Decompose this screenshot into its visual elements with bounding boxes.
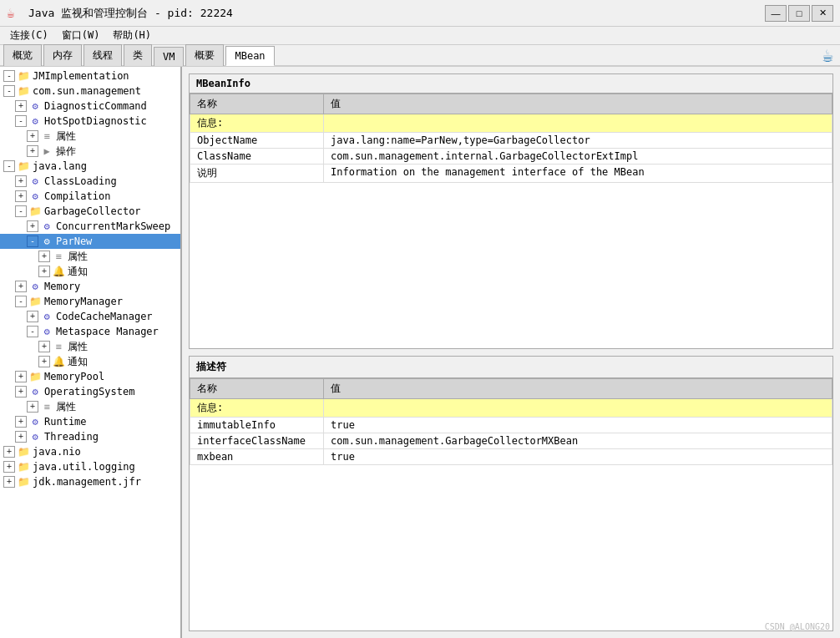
minimize-button[interactable]: — xyxy=(765,5,787,22)
tree-item-diagcmd[interactable]: + ⚙ DiagnosticCommand xyxy=(0,99,180,114)
expand-compilation[interactable]: + xyxy=(15,190,27,202)
tree-item-parnew-notif[interactable]: + 🔔 通知 xyxy=(0,264,180,279)
expand-hotspot-op[interactable]: + xyxy=(27,145,38,157)
expand-os[interactable]: + xyxy=(15,386,27,397)
gear-icon-diagcmd: ⚙ xyxy=(28,99,42,113)
tab-overview[interactable]: 概览 xyxy=(3,44,42,66)
expand-meta-prop[interactable]: + xyxy=(38,341,50,352)
expand-comsun[interactable]: - xyxy=(3,85,15,97)
tree-item-parnew[interactable]: - ⚙ ParNew xyxy=(0,234,180,249)
tree-label-compilation: Compilation xyxy=(44,190,110,202)
tree-item-runtime[interactable]: + ⚙ Runtime xyxy=(0,414,180,429)
tree-item-comsun[interactable]: - 📁 com.sun.management xyxy=(0,84,180,99)
tree-item-classloading[interactable]: + ⚙ ClassLoading xyxy=(0,174,180,189)
tree-item-meta-prop[interactable]: + ≡ 属性 xyxy=(0,339,180,354)
expand-threading[interactable]: + xyxy=(15,431,27,443)
expand-parnew-prop[interactable]: + xyxy=(38,251,50,262)
tab-vm[interactable]: VM xyxy=(154,47,184,66)
tree-item-jmimpl[interactable]: - 📁 JMImplementation xyxy=(0,68,180,84)
right-panel: MBeanInfo 名称 值 信息:ObjectNamejava.lang:na… xyxy=(182,67,840,638)
tree-item-compilation[interactable]: + ⚙ Compilation xyxy=(0,189,180,204)
tree-item-hotspot-op[interactable]: + ▶ 操作 xyxy=(0,144,180,159)
expand-metaspace[interactable]: - xyxy=(27,326,38,337)
descriptor-section: 描述符 名称 值 信息:immutableInfotrueinterfaceCl… xyxy=(189,356,833,631)
tab-memory[interactable]: 内存 xyxy=(43,44,82,66)
tree-panel: - 📁 JMImplementation - 📁 com.sun.managem… xyxy=(0,67,182,638)
tree-label-threading: Threading xyxy=(44,431,99,443)
expand-gc[interactable]: - xyxy=(15,205,27,217)
tree-item-meta-notif[interactable]: + 🔔 通知 xyxy=(0,354,180,369)
expand-javalang[interactable]: - xyxy=(3,160,15,172)
expand-classloading[interactable]: + xyxy=(15,175,27,187)
expand-jdkmgmtjfr[interactable]: + xyxy=(3,476,15,488)
tree-label-jmimpl: JMImplementation xyxy=(33,70,129,82)
expand-os-prop[interactable]: + xyxy=(27,401,38,413)
title-bar: ☕ Java 监视和管理控制台 - pid: 22224 — □ ✕ xyxy=(0,0,840,27)
menu-connection[interactable]: 连接(C) xyxy=(3,27,55,44)
folder-icon: 📁 xyxy=(17,69,30,83)
menu-bar: 连接(C) 窗口(W) 帮助(H) xyxy=(0,27,840,45)
tree-item-memorymgr[interactable]: - 📁 MemoryManager xyxy=(0,294,180,309)
tree-label-os: OperatingSystem xyxy=(44,386,134,397)
gear-icon-os: ⚙ xyxy=(28,385,42,398)
java-monitor-icon: ☕ xyxy=(822,45,833,66)
expand-javanio[interactable]: + xyxy=(3,446,15,458)
tree-item-memory[interactable]: + ⚙ Memory xyxy=(0,279,180,294)
tab-summary[interactable]: 概要 xyxy=(185,44,224,66)
tree-item-jdkmgmtjfr[interactable]: + 📁 jdk.management.jfr xyxy=(0,474,180,489)
window-title: Java 监视和管理控制台 - pid: 22224 xyxy=(28,6,765,21)
expand-meta-notif[interactable]: + xyxy=(38,356,50,367)
tree-item-javanio[interactable]: + 📁 java.nio xyxy=(0,444,180,459)
expand-hotspot-prop[interactable]: + xyxy=(27,130,38,142)
expand-memorypool[interactable]: + xyxy=(15,371,27,382)
descriptor-cell-value-0 xyxy=(324,399,832,418)
expand-jmimpl[interactable]: - xyxy=(3,70,15,82)
expand-javalogging[interactable]: + xyxy=(3,461,15,473)
desc-col-name: 名称 xyxy=(190,379,324,399)
tree-label-cms: ConcurrentMarkSweep xyxy=(56,220,170,232)
expand-memorymgr[interactable]: - xyxy=(15,296,27,307)
expand-parnew[interactable]: - xyxy=(27,235,38,247)
folder-icon-gc: 📁 xyxy=(28,205,42,218)
expand-runtime[interactable]: + xyxy=(15,416,27,428)
tree-item-threading[interactable]: + ⚙ Threading xyxy=(0,429,180,444)
expand-hotspot[interactable]: - xyxy=(15,115,27,127)
descriptor-row-0: 信息: xyxy=(190,399,832,418)
folder-icon-jdkmgmtjfr: 📁 xyxy=(17,475,30,489)
mbean-info-table: 名称 值 信息:ObjectNamejava.lang:name=ParNew,… xyxy=(190,94,832,183)
tree-item-hotspot[interactable]: - ⚙ HotSpotDiagnostic xyxy=(0,114,180,129)
tree-item-gc[interactable]: - 📁 GarbageCollector xyxy=(0,204,180,219)
tree-label-diagcmd: DiagnosticCommand xyxy=(44,100,147,112)
close-button[interactable]: ✕ xyxy=(812,5,833,22)
tab-threads[interactable]: 线程 xyxy=(83,44,122,66)
tree-item-os-prop[interactable]: + ≡ 属性 xyxy=(0,399,180,414)
tab-classes[interactable]: 类 xyxy=(124,44,152,66)
gear-icon-cms: ⚙ xyxy=(40,220,53,233)
gear-icon-metaspace: ⚙ xyxy=(40,325,53,338)
tree-label-os-prop: 属性 xyxy=(56,400,76,414)
folder-icon-comsun: 📁 xyxy=(17,84,30,98)
expand-memory[interactable]: + xyxy=(15,281,27,292)
tree-item-hotspot-prop[interactable]: + ≡ 属性 xyxy=(0,129,180,144)
tree-item-os[interactable]: + ⚙ OperatingSystem xyxy=(0,384,180,399)
menu-help[interactable]: 帮助(H) xyxy=(106,27,158,44)
tree-item-javalogging[interactable]: + 📁 java.util.logging xyxy=(0,459,180,474)
tree-item-codecache[interactable]: + ⚙ CodeCacheManager xyxy=(0,309,180,324)
expand-codecache[interactable]: + xyxy=(27,311,38,322)
gear-icon-hotspot: ⚙ xyxy=(28,114,42,128)
menu-window[interactable]: 窗口(W) xyxy=(55,27,107,44)
attr-icon-meta: ≡ xyxy=(52,340,65,353)
tree-item-cms[interactable]: + ⚙ ConcurrentMarkSweep xyxy=(0,219,180,234)
expand-diagcmd[interactable]: + xyxy=(15,100,27,112)
tree-item-memorypool[interactable]: + 📁 MemoryPool xyxy=(0,369,180,384)
expand-cms[interactable]: + xyxy=(27,220,38,232)
op-icon-hotspot: ▶ xyxy=(40,144,53,158)
tab-mbean[interactable]: MBean xyxy=(225,46,274,66)
maximize-button[interactable]: □ xyxy=(788,5,810,22)
tree-item-javalang[interactable]: - 📁 java.lang xyxy=(0,159,180,174)
tree-label-gc: GarbageCollector xyxy=(44,205,141,217)
tree-item-parnew-prop[interactable]: + ≡ 属性 xyxy=(0,249,180,264)
expand-parnew-notif[interactable]: + xyxy=(38,266,50,277)
tree-item-metaspace[interactable]: - ⚙ Metaspace Manager xyxy=(0,324,180,339)
descriptor-table: 名称 值 信息:immutableInfotrueinterfaceClassN… xyxy=(190,378,832,465)
